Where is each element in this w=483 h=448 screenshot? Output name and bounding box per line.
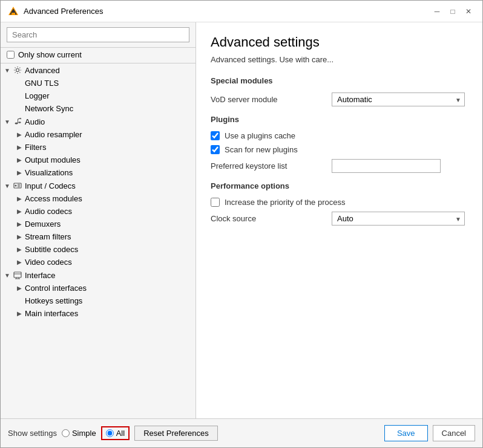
expand-input-codecs-icon: ▼ [3,181,12,190]
cancel-button[interactable]: Cancel [433,425,475,441]
tree-label-filters: Filters [25,143,46,152]
spacer [15,105,24,113]
all-radio[interactable] [106,429,114,437]
bottom-bar: Show settings Simple All Reset Preferenc… [1,418,482,447]
arrow-output-modules: ▶ [15,156,24,164]
bottom-left: Show settings Simple All Reset Preferenc… [8,426,218,441]
tree-item-input-codecs[interactable]: ▼ Input / Codecs [1,179,196,192]
tree-label-stream-filters: Stream filters [25,232,71,241]
clock-source-dropdown[interactable]: Auto System [332,212,465,226]
tree-item-gnu-tls[interactable]: GNU TLS [1,77,196,89]
tree-label-access-modules: Access modules [25,194,82,203]
tree-item-video-codecs[interactable]: ▶ Video codecs [1,256,196,268]
scan-new-plugins-checkbox[interactable] [211,145,220,154]
arrow-audio-codecs: ▶ [15,207,24,216]
increase-priority-checkbox[interactable] [211,198,220,207]
search-input[interactable] [7,27,189,42]
tree-item-access-modules[interactable]: ▶ Access modules [1,192,196,205]
vod-server-dropdown-wrapper: Automatic None ▼ [332,93,465,106]
save-button[interactable]: Save [384,425,428,441]
preferred-keystore-input[interactable] [332,159,441,173]
tree-item-demuxers[interactable]: ▶ Demuxers [1,218,196,230]
simple-radio-text: Simple [72,429,96,438]
reset-preferences-button[interactable]: Reset Preferences [134,426,218,441]
all-radio-wrapper: All [101,426,130,440]
audio-icon [13,117,22,126]
tree-item-stream-filters[interactable]: ▶ Stream filters [1,230,196,243]
vlc-icon [8,6,19,17]
only-show-current-checkbox[interactable] [7,51,15,59]
main-content: Only show current ▼ Advanced GNU TLS [1,22,482,418]
svg-point-5 [19,122,21,123]
tree-label-audio: Audio [25,117,45,126]
tree-item-logger[interactable]: Logger [1,89,196,102]
tree-item-audio-resampler[interactable]: ▶ Audio resampler [1,128,196,141]
expand-audio-icon: ▼ [3,117,12,126]
tree-label-input-codecs: Input / Codecs [25,181,76,190]
use-plugins-cache-checkbox[interactable] [211,131,220,140]
performance-options-header: Performance options [211,181,468,190]
expand-interface-icon: ▼ [3,271,12,279]
gear-icon [13,65,22,75]
special-modules-header: Special modules [211,76,468,85]
tree-item-interface[interactable]: ▼ Interface [1,268,196,282]
minimize-button[interactable]: ─ [430,5,444,18]
arrow-stream-filters: ▶ [15,233,24,241]
maximize-button[interactable]: □ [446,5,459,18]
title-bar: Advanced Preferences ─ □ ✕ [1,1,482,22]
tree-item-output-modules[interactable]: ▶ Output modules [1,154,196,166]
preferred-keystore-row: Preferred keystore list [211,159,468,173]
tree-item-visualizations[interactable]: ▶ Visualizations [1,166,196,179]
tree-label-demuxers: Demuxers [25,219,61,229]
tree-label-output-modules: Output modules [25,155,80,164]
simple-radio-label[interactable]: Simple [62,429,96,438]
vod-server-module-row: VoD server module Automatic None ▼ [211,93,468,106]
vod-server-label: VoD server module [211,95,332,104]
clock-source-row: Clock source Auto System ▼ [211,212,468,226]
tree-label-interface: Interface [25,271,56,280]
tree-label-main-interfaces: Main interfaces [25,309,78,318]
spacer [15,79,24,88]
tree-label-audio-codecs: Audio codecs [25,207,72,216]
use-plugins-cache-label: Use a plugins cache [225,131,295,140]
tree-item-audio-codecs[interactable]: ▶ Audio codecs [1,205,196,218]
app-window: Advanced Preferences ─ □ ✕ Only show cur… [0,0,483,448]
tree-item-hotkeys-settings[interactable]: Hotkeys settings [1,294,196,307]
close-button[interactable]: ✕ [462,5,475,18]
spacer [15,92,24,100]
settings-title: Advanced settings [211,34,468,50]
tree-item-main-interfaces[interactable]: ▶ Main interfaces [1,307,196,320]
tree-item-control-interfaces[interactable]: ▶ Control interfaces [1,282,196,294]
tree-item-advanced[interactable]: ▼ Advanced [1,63,196,77]
arrow-visualizations: ▶ [15,169,24,177]
performance-options-section: Performance options Increase the priorit… [211,181,468,226]
svg-point-8 [15,185,17,187]
simple-radio[interactable] [62,429,70,437]
arrow-control-interfaces: ▶ [15,284,24,293]
arrow-main-interfaces: ▶ [15,310,24,318]
arrow-audio-resampler: ▶ [15,131,24,139]
svg-rect-2 [12,13,15,15]
plugins-section: Plugins Use a plugins cache Scan for new… [211,115,468,173]
left-panel: Only show current ▼ Advanced GNU TLS [1,22,196,418]
window-title: Advanced Preferences [24,7,104,16]
svg-point-3 [16,69,19,72]
bottom-right: Save Cancel [384,425,475,441]
tree-item-filters[interactable]: ▶ Filters [1,141,196,154]
right-panel: Advanced settings Advanced settings. Use… [196,22,482,418]
svg-point-4 [15,123,18,125]
plugins-header: Plugins [211,115,468,124]
tree-label-advanced: Advanced [25,66,60,75]
tree-label-control-interfaces: Control interfaces [25,284,87,293]
expand-advanced-icon: ▼ [3,66,12,74]
vod-server-dropdown[interactable]: Automatic None [332,93,465,106]
tree-item-audio[interactable]: ▼ Audio [1,115,196,128]
tree-label-visualizations: Visualizations [25,168,73,177]
tree-item-subtitle-codecs[interactable]: ▶ Subtitle codecs [1,243,196,256]
arrow-access-modules: ▶ [15,195,24,203]
tree-label-audio-resampler: Audio resampler [25,130,82,139]
tree-label-logger: Logger [25,91,49,100]
tree-container[interactable]: ▼ Advanced GNU TLS Logger Network S [1,63,196,418]
tree-item-network-sync[interactable]: Network Sync [1,102,196,115]
spacer-hotkeys [15,297,24,305]
